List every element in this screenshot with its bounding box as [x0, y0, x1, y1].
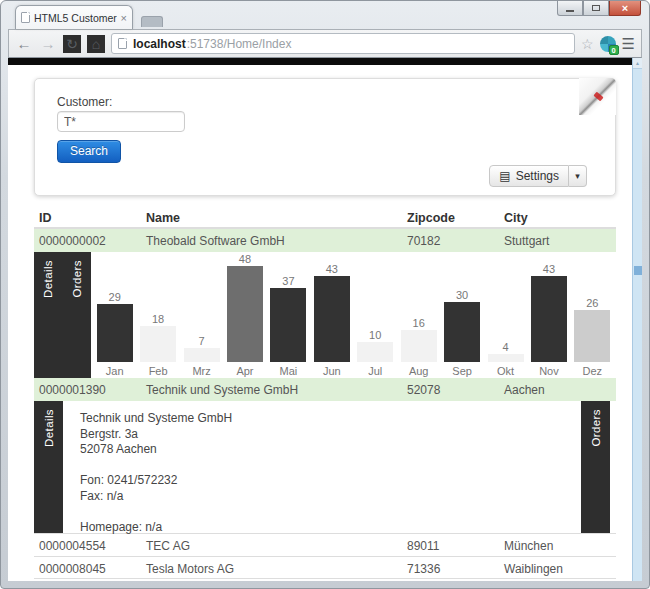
maximize-icon [592, 5, 600, 11]
bar [314, 276, 350, 362]
table-header-row: ID Name Zipcode City [34, 208, 616, 229]
bar-month-label: Dez [583, 362, 603, 378]
bar-month-label: Nov [539, 362, 559, 378]
bar [488, 354, 524, 362]
details-tab-label: Details [43, 409, 55, 447]
bar-value-label: 48 [239, 253, 251, 265]
browser-toolbar: ← → ↻ ⌂ localhost:51738/Home/Index ☆ 0 ☰ [8, 29, 642, 58]
cell-zipcode: 52078 [402, 378, 499, 401]
address-bar[interactable]: localhost:51738/Home/Index [111, 33, 575, 54]
bar [97, 304, 133, 362]
bar-mai: 37Mai [267, 252, 310, 378]
tab-close-icon[interactable]: × [121, 13, 127, 23]
header-id: ID [34, 208, 141, 227]
orders-tab-label: Orders [590, 409, 602, 447]
address-line: Technik und Systeme GmbH [80, 411, 581, 427]
bar-month-label: Jul [368, 362, 382, 378]
address-line: Bergstr. 3a [80, 427, 581, 443]
address-line [80, 458, 581, 474]
customer-table: ID Name Zipcode City 0000000002 Theobald… [34, 208, 616, 579]
tab-title: HTML5 Customer Info De [34, 12, 117, 24]
favicon-document-icon [21, 12, 30, 23]
orders-chart-section: Details Orders 29Jan18Feb7Mrz48Apr37Mai4… [34, 252, 616, 378]
settings-dropdown-button[interactable]: ▾ [569, 165, 587, 187]
cell-city: Aachen [499, 378, 616, 401]
bar-value-label: 43 [543, 263, 555, 275]
url-host: localhost [133, 37, 186, 51]
cell-zipcode: 70182 [402, 229, 499, 252]
table-row[interactable]: 0000004554 TEC AG 89011 München [34, 533, 616, 556]
page-viewport: ▲ Customer: Search ▤ Settings ▾ [8, 58, 642, 581]
bar-dez: 26Dez [571, 252, 614, 378]
chevron-down-icon: ▾ [575, 171, 580, 181]
new-tab-button[interactable] [141, 16, 163, 27]
scrollbar-thumb[interactable] [634, 266, 642, 275]
cell-zipcode: 71336 [402, 557, 499, 578]
bar-value-label: 30 [456, 289, 468, 301]
details-tab-button[interactable]: Details [34, 252, 63, 378]
bar-jun: 43Jun [310, 252, 353, 378]
bar [227, 266, 263, 362]
page-curl-corner[interactable] [579, 78, 616, 115]
bar-apr: 48Apr [223, 252, 266, 378]
reload-icon[interactable]: ↻ [63, 35, 81, 53]
browser-tab[interactable]: HTML5 Customer Info De × [15, 5, 133, 29]
settings-label: Settings [516, 169, 559, 183]
address-line: Fax: n/a [80, 489, 581, 505]
customer-label: Customer: [57, 95, 112, 109]
scrollbar[interactable]: ▲ [632, 58, 642, 581]
orders-tab-button[interactable]: Orders [581, 401, 610, 533]
cell-id: 0000000002 [34, 229, 141, 252]
bar-value-label: 16 [413, 317, 425, 329]
bar [444, 302, 480, 362]
details-tab-label: Details [42, 260, 54, 298]
extension-badge: 0 [609, 45, 619, 55]
bookmark-star-icon[interactable]: ☆ [581, 36, 594, 52]
bar [574, 310, 610, 362]
search-button[interactable]: Search [57, 140, 121, 163]
cell-name: Theobald Software GmbH [141, 229, 402, 252]
bar-month-label: Jan [106, 362, 124, 378]
back-icon[interactable]: ← [15, 35, 33, 53]
bar-month-label: Apr [236, 362, 253, 378]
extension-icon[interactable]: 0 [600, 36, 616, 52]
details-tab-button[interactable]: Details [34, 401, 63, 533]
menu-icon[interactable]: ☰ [622, 35, 635, 53]
cell-name: Tesla Motors AG [141, 557, 402, 578]
orders-bar-chart: 29Jan18Feb7Mrz48Apr37Mai43Jun10Jul16Aug3… [91, 252, 616, 378]
page-content: Customer: Search ▤ Settings ▾ [8, 65, 632, 581]
header-city: City [499, 208, 616, 227]
minimize-button[interactable] [557, 1, 583, 16]
search-panel: Customer: Search ▤ Settings ▾ [34, 78, 616, 196]
cell-id: 0000001390 [34, 378, 141, 401]
settings-button[interactable]: ▤ Settings [489, 165, 569, 187]
forward-icon[interactable]: → [39, 35, 57, 53]
orders-tab-button[interactable]: Orders [63, 252, 92, 378]
home-icon[interactable]: ⌂ [87, 35, 105, 53]
minimize-icon [566, 10, 574, 12]
customer-input[interactable] [57, 111, 185, 132]
header-zipcode: Zipcode [402, 208, 499, 227]
bar [357, 342, 393, 362]
maximize-button[interactable] [583, 1, 609, 16]
bar-okt: 4Okt [484, 252, 527, 378]
window-controls: × [557, 1, 641, 16]
bar-value-label: 26 [586, 297, 598, 309]
bar [401, 330, 437, 362]
close-button[interactable]: × [609, 1, 641, 16]
table-row[interactable]: 0000001390 Technik und Systeme GmbH 5207… [34, 378, 616, 401]
bar-mrz: 7Mrz [180, 252, 223, 378]
cell-name: Technik und Systeme GmbH [141, 378, 402, 401]
table-row[interactable]: 0000008045 Tesla Motors AG 71336 Waiblin… [34, 556, 616, 579]
bar [270, 288, 306, 362]
bar-value-label: 4 [502, 341, 508, 353]
bar-jan: 29Jan [93, 252, 136, 378]
url-path: :51738/Home/Index [187, 37, 292, 51]
table-row[interactable]: 0000000002 Theobald Software GmbH 70182 … [34, 229, 616, 252]
bar-nov: 43Nov [527, 252, 570, 378]
scroll-up-icon[interactable]: ▲ [633, 58, 642, 69]
bar-value-label: 37 [282, 275, 294, 287]
address-line: Homepage: n/a [80, 520, 581, 536]
bar-value-label: 43 [326, 263, 338, 275]
bar-month-label: Mrz [192, 362, 210, 378]
